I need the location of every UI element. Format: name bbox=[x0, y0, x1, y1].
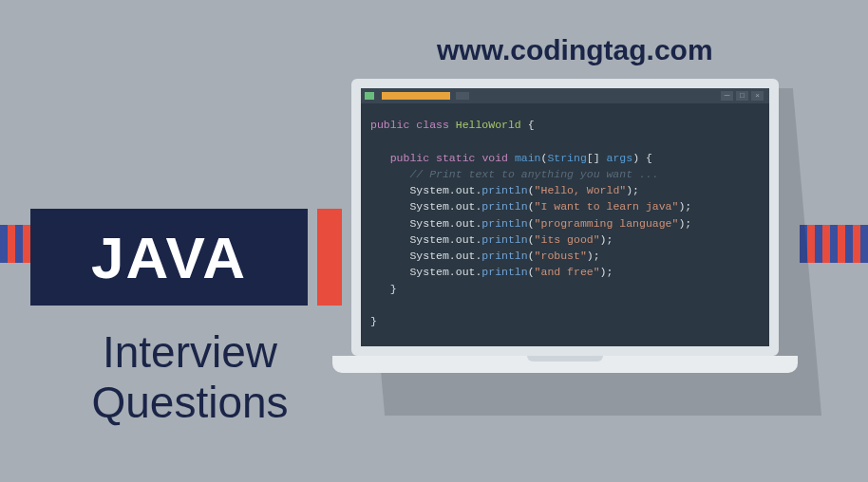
subtitle-line-1: Interview bbox=[66, 327, 313, 378]
maximize-icon: □ bbox=[736, 91, 748, 101]
subtitle-line-2: Questions bbox=[66, 378, 313, 428]
code-editor: public class HelloWorld { public static … bbox=[361, 103, 769, 339]
subtitle: Interview Questions bbox=[66, 327, 313, 428]
minimize-icon: ─ bbox=[721, 91, 733, 101]
laptop-illustration: ─ □ × public class HelloWorld { public s… bbox=[351, 79, 798, 373]
title-badge-text: JAVA bbox=[91, 224, 247, 291]
editor-title-bar: ─ □ × bbox=[361, 88, 769, 103]
title-badge: JAVA bbox=[30, 209, 308, 306]
close-icon: × bbox=[751, 91, 764, 101]
accent-bar bbox=[317, 209, 342, 306]
decorative-stripes-left bbox=[0, 225, 30, 263]
decorative-stripes-right bbox=[800, 225, 868, 263]
laptop-screen: ─ □ × public class HelloWorld { public s… bbox=[351, 79, 779, 356]
website-url: www.codingtag.com bbox=[437, 34, 713, 66]
laptop-base bbox=[332, 356, 798, 373]
